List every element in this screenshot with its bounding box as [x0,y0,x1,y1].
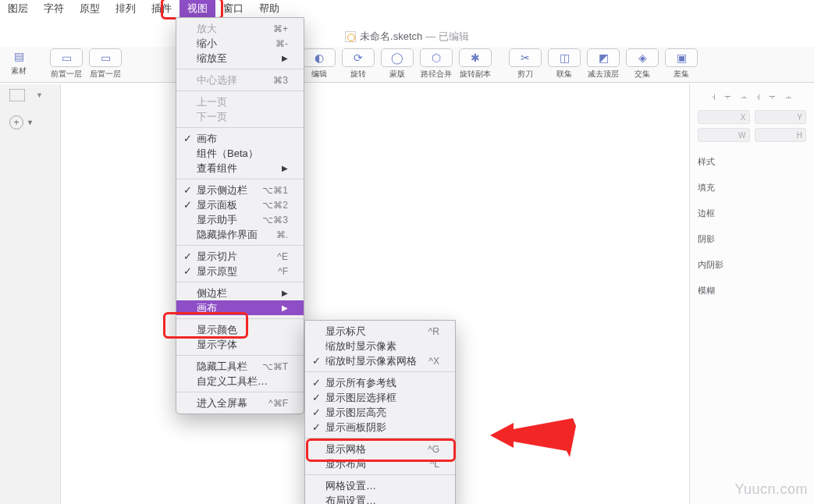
menu-item[interactable]: 显示所有参考线 [305,375,455,390]
menu-shortcut: ⌘. [276,229,288,240]
tool-label: 前置一层 [51,69,82,80]
menu-shortcut: ⌥⌘1 [262,185,288,196]
menu-item[interactable]: 显示切片^E [176,249,304,264]
menu-item[interactable]: 显示图层选择框 [305,390,455,405]
menu-item[interactable]: 显示网格^G [305,442,455,456]
menu-view[interactable]: 视图 [180,0,215,17]
tool-label: 交集 [634,69,650,80]
menu-arrange[interactable]: 排列 [108,0,144,17]
menu-item[interactable]: 画布 [176,300,304,315]
menu-item[interactable]: 画布 [176,131,304,146]
menu-item-label: 隐藏操作界面 [197,228,258,242]
menu-item[interactable]: 显示图层高亮 [305,405,455,420]
menu-item[interactable]: 显示字体 [176,337,304,352]
annotation-arrow [490,418,576,457]
scissors-icon: ✂ [509,48,542,67]
tool-assets-label: 素材 [11,66,27,76]
align-right-icon[interactable]: ⫠ [739,91,749,102]
menu-item[interactable]: 布局设置… [305,493,455,504]
menu-item: 放大⌘+ [176,21,304,36]
menu-shortcut: ^F [278,266,288,277]
menu-shortcut: ^⌘F [268,398,288,409]
w-field[interactable]: W [698,128,750,142]
menu-text[interactable]: 字符 [36,0,72,17]
menu-shortcut: ⌥⌘2 [262,200,288,211]
y-field[interactable]: Y [755,110,807,124]
h-field[interactable]: H [755,128,807,142]
section-blur[interactable]: 模糊 [698,285,806,296]
menu-help[interactable]: 帮助 [251,0,287,17]
section-border[interactable]: 边框 [698,208,806,219]
tool-bring-forward[interactable]: ▭前置一层 [48,48,84,80]
menu-separator [176,69,304,69]
section-inner-shadow[interactable]: 内阴影 [698,259,806,271]
tool-rotate[interactable]: ⟳旋转 [340,48,376,80]
tool-combine[interactable]: ⬡路径合并 [418,48,454,80]
menu-item[interactable]: 显示原型^F [176,264,304,279]
menu-item[interactable]: 显示标尺^R [305,324,455,339]
menu-item[interactable]: 自定义工具栏… [176,374,304,389]
menu-item[interactable]: 侧边栏 [176,286,304,300]
menu-item[interactable]: 显示颜色 [176,322,304,337]
align-controls[interactable]: ⫞ ⫟ ⫠ ⫞ ⫟ ⫠ [698,91,806,102]
menu-layers[interactable]: 图层 [0,0,36,17]
menu-item[interactable]: 网格设置… [305,478,455,493]
left-sidebar: ▼ + ▼ [0,84,61,504]
menu-shortcut: ⌘3 [273,75,288,86]
menu-item[interactable]: 显示面板⌥⌘2 [176,197,304,212]
menu-item[interactable]: 显示画板阴影 [305,420,455,435]
tool-label: 旋转 [350,69,366,80]
tool-edit[interactable]: ◐编辑 [301,48,337,80]
menu-separator [176,392,304,392]
menu-item-label: 缩放时显示像素 [325,339,396,353]
submenu-arrow-icon [282,164,288,172]
submenu-arrow-icon [282,54,288,62]
menu-item[interactable]: 进入全屏幕^⌘F [176,396,304,410]
align-center-icon[interactable]: ⫟ [723,91,733,102]
canvas-submenu: 显示标尺^R缩放时显示像素缩放时显示像素网格^X显示所有参考线显示图层选择框显示… [304,320,456,504]
menu-item-label: 显示颜色 [197,323,237,337]
menu-item[interactable]: 隐藏工具栏⌥⌘T [176,359,304,374]
menu-item[interactable]: 缩小⌘- [176,36,304,51]
chevron-down-icon: ▼ [27,119,34,126]
menu-item: 上一页 [176,94,304,109]
tool-intersect[interactable]: ◈交集 [624,48,660,80]
tool-send-backward[interactable]: ▭后置一层 [87,48,123,80]
tool-label: 蒙版 [389,69,405,80]
align-top-icon[interactable]: ⫞ [755,91,761,102]
tool-mask[interactable]: ◯蒙版 [379,48,415,80]
menu-item[interactable]: 显示侧边栏⌥⌘1 [176,183,304,197]
menu-item-label: 布局设置… [325,494,376,505]
section-shadow[interactable]: 阴影 [698,233,806,245]
tool-union[interactable]: ◫联集 [546,48,582,80]
sidebar-view-toggle[interactable]: ▼ [0,84,60,106]
menu-item[interactable]: 缩放至 [176,51,304,66]
tool-rotate-copies[interactable]: ✱旋转副本 [457,48,493,80]
menu-item[interactable]: 缩放时显示像素网格^X [305,353,455,368]
menu-item[interactable]: 缩放时显示像素 [305,339,455,353]
align-left-icon[interactable]: ⫞ [711,91,716,102]
x-field[interactable]: X [698,110,750,124]
tool-subtract[interactable]: ◩减去顶层 [585,48,621,80]
tool-label: 旋转副本 [460,69,491,80]
menu-item-label: 显示所有参考线 [325,376,396,390]
section-fill[interactable]: 填充 [698,182,806,193]
add-page-button[interactable]: + ▼ [0,106,60,139]
menu-item[interactable]: 显示助手⌥⌘3 [176,212,304,227]
submenu-arrow-icon [282,303,288,312]
menu-prototype[interactable]: 原型 [72,0,108,17]
tool-label: 联集 [556,69,572,80]
menu-window[interactable]: 窗口 [215,0,251,17]
menu-item[interactable]: 组件（Beta） [176,146,304,161]
menu-item[interactable]: 显示布局^L [305,456,455,471]
tool-assets[interactable]: ▤ 素材 [3,48,34,76]
tool-scissors[interactable]: ✂剪刀 [507,48,543,80]
tool-difference[interactable]: ▣差集 [663,48,699,80]
menu-item[interactable]: 隐藏操作界面⌘. [176,227,304,242]
align-bottom-icon[interactable]: ⫠ [784,91,794,102]
menu-item[interactable]: 查看组件 [176,161,304,176]
align-middle-icon[interactable]: ⫟ [767,91,777,102]
menu-plugins[interactable]: 插件 [144,0,180,17]
bring-forward-icon: ▭ [50,48,83,67]
menu-item-label: 缩放至 [197,51,227,66]
